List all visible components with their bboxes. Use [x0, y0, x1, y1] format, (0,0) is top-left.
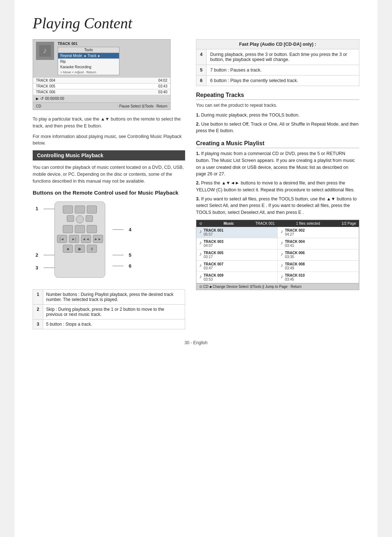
- cd-track-title: TRACK 001: [58, 42, 167, 46]
- list-item[interactable]: ♪ TRACK 008 03:49: [278, 261, 359, 272]
- cd-bottom-nav: · Pause Select ☰Tools · Return: [117, 104, 167, 108]
- repeat-mode-row: Repeat Mode ◄ Track ►: [58, 53, 119, 58]
- music-ui-footer: ⊙ CD ■ Change Device Select ☰Tools || Ju…: [196, 283, 359, 290]
- track-name: TRACK 006: [36, 90, 55, 94]
- table-row: Fast Play (Audio CD [CD-DA] only) :: [196, 40, 359, 49]
- repeating-heading: Repeating Tracks: [196, 92, 359, 100]
- step-text: Use button to select Off, Track or One, …: [196, 122, 359, 134]
- music-ui-header: ⊙ Music TRACK 001 1 files selected 1/2 P…: [196, 220, 359, 227]
- note-icon: ♪: [199, 228, 202, 234]
- music-track-label: TRACK 001: [255, 221, 274, 225]
- row-text: Number buttons : During Playlist playbac…: [43, 290, 185, 305]
- tools-header: Tools: [58, 47, 119, 53]
- karaoke-row: Karaoke Recording: [58, 64, 119, 70]
- note-icon: ♪: [281, 251, 283, 257]
- page-title: Playing Content: [33, 15, 359, 32]
- list-item[interactable]: ♪ TRACK 003 04:07: [196, 238, 278, 249]
- table-row: TRACK 005 03:43: [33, 83, 170, 89]
- track-time: 03:47: [204, 266, 223, 270]
- list-item[interactable]: ♪ TRACK 007 03:47: [196, 261, 278, 272]
- track-time: 04:27: [285, 232, 305, 236]
- album-art: ♪: [36, 42, 54, 60]
- cd-time: 00:00/00:00: [45, 97, 64, 101]
- track-name: TRACK 003: [204, 240, 223, 244]
- table-row: 5 7 button : Pauses a track.: [196, 65, 359, 76]
- note-icon: ♪: [281, 273, 283, 279]
- track-list: TRACK 004 04:02 TRACK 005 03:43 TRACK 00…: [33, 77, 170, 95]
- table-row: 4 During playback, press the 3 or button…: [196, 49, 359, 65]
- cd-player-ui: ♪ TRACK 001 Tools Repeat Mode ◄ Track: [33, 39, 171, 110]
- list-item[interactable]: ♪ TRACK 002 04:27: [278, 227, 359, 238]
- play-icon: ▶: [36, 97, 39, 101]
- note-icon: ♪: [199, 240, 202, 245]
- step-text: If playing music from a commercial CD or…: [196, 151, 355, 176]
- fast-play-title: Fast Play (Audio CD [CD-DA] only) :: [239, 42, 317, 47]
- track-time: 04:02: [158, 78, 167, 82]
- row-text: During playback, press the 3 or button. …: [207, 49, 359, 65]
- track-time: 03:45: [285, 277, 305, 281]
- remote-diagram: |◄ ►| ◄◄ ►► ■ ▶ ⏸ 1 2: [33, 198, 134, 285]
- track-time: 03:49: [285, 266, 305, 270]
- row-text: Skip : During playback, press the 1 or 2…: [43, 305, 185, 320]
- note-icon: ♪: [199, 251, 202, 257]
- list-item[interactable]: ♪ TRACK 009 03:53: [196, 272, 278, 283]
- left-column: ♪ TRACK 001 Tools Repeat Mode ◄ Track: [33, 39, 185, 333]
- row-num: 6: [196, 76, 207, 86]
- karaoke-label: Karaoke Recording: [60, 65, 91, 69]
- remote-label-1: 1: [36, 206, 38, 211]
- rip-label: Rip: [60, 60, 66, 64]
- repeating-desc: You can set the product to repeat tracks…: [196, 102, 359, 109]
- creating-step-1: 1. If playing music from a commercial CD…: [196, 150, 359, 178]
- track-name: TRACK 004: [36, 78, 55, 82]
- music-footer-text: ⊙ CD ■ Change Device Select ☰Tools || Ju…: [199, 285, 302, 289]
- row-num: 1: [33, 290, 43, 305]
- desc-para-1: To play a particular track, use the ▲▼ b…: [33, 116, 185, 130]
- tools-panel: Tools Repeat Mode ◄ Track ► Rip: [58, 47, 119, 75]
- remote-label-4: 4: [129, 227, 131, 232]
- fast-play-table: Fast Play (Audio CD [CD-DA] only) : 4 Du…: [196, 39, 359, 86]
- page-number: 30 - English: [33, 340, 359, 345]
- row-num: 2: [33, 305, 43, 320]
- list-item[interactable]: ♪ TRACK 001 05:57: [196, 227, 278, 238]
- cd-source: CD: [36, 104, 41, 108]
- track-time: 03:40: [158, 90, 167, 94]
- files-selected: 1 files selected: [296, 221, 320, 225]
- track-time: 03:53: [204, 277, 223, 281]
- music-track-grid: ♪ TRACK 001 05:57 ♪ TRACK 002 04:27: [196, 227, 359, 283]
- right-arrow-icon: ►: [98, 54, 101, 58]
- list-item[interactable]: ♪ TRACK 004 03:41: [278, 238, 359, 249]
- music-header-icon: ⊙: [199, 221, 202, 225]
- playback-bar: ▶ ↺ 00:00/00:00: [33, 95, 170, 102]
- music-ui: ⊙ Music TRACK 001 1 files selected 1/2 P…: [196, 220, 359, 290]
- list-item[interactable]: ♪ TRACK 006 03:35: [278, 249, 359, 261]
- note-icon: ♪: [281, 262, 283, 268]
- remote-label-5: 5: [129, 252, 131, 258]
- row-text: 6 button : Plays the currently selected …: [207, 76, 359, 86]
- note-icon: ♪: [199, 273, 202, 279]
- table-row: TRACK 006 03:40: [33, 89, 170, 95]
- list-item[interactable]: ♪ TRACK 010 03:45: [278, 272, 359, 283]
- repeat-mode-value: Track: [87, 54, 97, 58]
- track-time: 04:07: [204, 244, 223, 248]
- desc-para-2: For more information about playing music…: [33, 133, 185, 147]
- track-name: TRACK 005: [204, 251, 223, 255]
- table-row: 1 Number buttons : During Playlist playb…: [33, 290, 185, 305]
- row-num: 5: [196, 65, 207, 76]
- list-item[interactable]: ♪ TRACK 005 03:17: [196, 249, 278, 261]
- track-name: TRACK 006: [285, 251, 305, 255]
- track-info: TRACK 001 Tools Repeat Mode ◄ Track ►: [58, 42, 167, 75]
- note-icon: ♪: [281, 240, 283, 245]
- step-text: Press the ▲▼◄► buttons to move to a desi…: [196, 180, 355, 192]
- tools-nav: > Move < Adjust · Return: [58, 70, 119, 75]
- track-time: 03:35: [285, 255, 305, 259]
- page-info: 1/2 Page: [342, 221, 356, 225]
- remote-label-3: 3: [36, 265, 38, 270]
- remote-label-2: 2: [36, 252, 38, 258]
- remote-label-6: 6: [129, 263, 131, 269]
- section-heading: Controlling Music Playback: [33, 150, 185, 160]
- buttons-heading: Buttons on the Remote Control used for M…: [33, 190, 185, 196]
- buttons-table: 1 Number buttons : During Playlist playb…: [33, 289, 185, 329]
- repeat-mode-label: Repeat Mode: [60, 54, 82, 58]
- repeating-step-2: 2. Use button to select Off, Track or On…: [196, 121, 359, 135]
- track-name: TRACK 002: [285, 228, 305, 232]
